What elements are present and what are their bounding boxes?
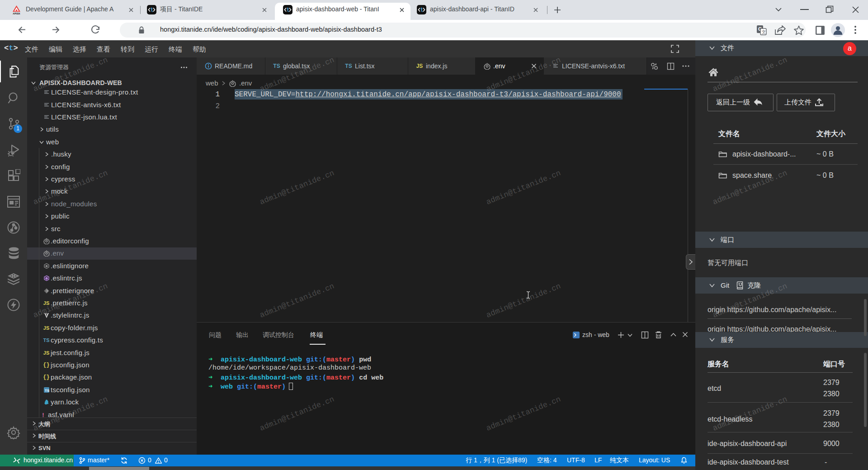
svg-text:文: 文 [762,29,766,34]
svg-text:TS: TS [45,389,50,393]
svg-text:APISIX: APISIX [13,12,20,15]
